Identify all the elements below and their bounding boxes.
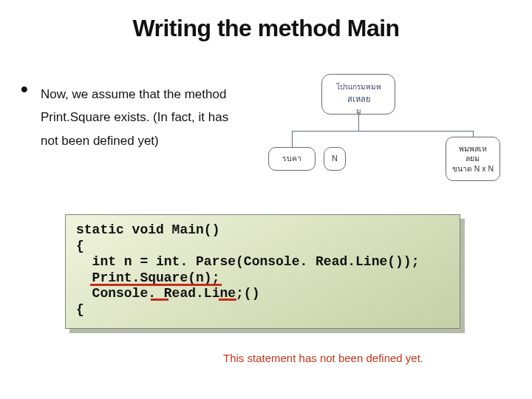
code-block: static void Main() { int n = int. Parse(…: [65, 214, 460, 329]
connector-horiz: [292, 131, 473, 132]
diagram-mid-box: N: [324, 147, 346, 171]
error-caption: This statement has not been defined yet.: [216, 347, 508, 368]
diagram-top-line2: สเหลย: [347, 92, 370, 106]
connector-vert-top: [358, 115, 359, 131]
diagram-top-line1: โปรแกรมพมพ: [336, 81, 381, 92]
connector-vert-left: [292, 131, 293, 147]
diagram-top-box: โปรแกรมพมพ สเหลย ม: [321, 74, 395, 115]
error-underline-3: [219, 299, 236, 301]
diagram-right-box: พมพสเห ลยม ขนาด N x N: [446, 137, 500, 181]
diagram-left-box: รบคา: [268, 147, 316, 171]
diagram-right-text: พมพสเห ลยม ขนาด N x N: [452, 144, 494, 174]
bullet-dot: •: [21, 78, 28, 101]
slide: Writing the method Main • Now, we assume…: [0, 0, 532, 399]
error-underline-2: [151, 299, 168, 301]
body-text: Now, we assume that the method Print.Squ…: [41, 83, 236, 152]
error-underline-1: [90, 284, 222, 286]
slide-title: Writing the method Main: [0, 15, 532, 42]
diagram-top-line3: ม: [356, 106, 361, 115]
code-content: static void Main() { int n = int. Parse(…: [65, 214, 460, 329]
